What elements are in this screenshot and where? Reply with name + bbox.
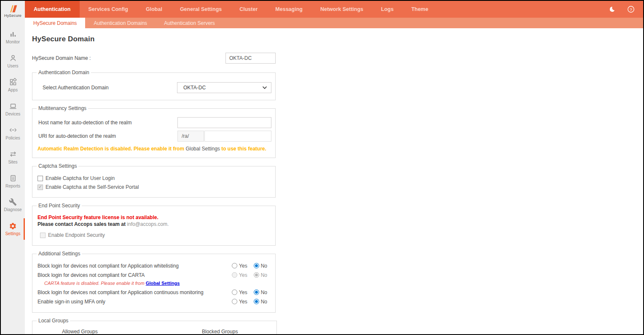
sidebar-item-users[interactable]: Users: [1, 49, 25, 73]
carta-disabled-note: CARTA feature is disabled. Please enable…: [44, 281, 271, 286]
tab-global[interactable]: Global: [137, 1, 171, 18]
radio-unselected-icon[interactable]: [232, 263, 237, 268]
select-auth-domain-label: Select Authentication Domain: [38, 85, 109, 91]
endpoint-legend: End Point Security: [37, 203, 82, 209]
main-content: HySecure Domain HySecure Domain Name : A…: [25, 28, 643, 334]
sidebar-nav: Monitor Users Apps Devices Policies Site…: [1, 21, 25, 241]
enable-endpoint-security-option: Enable Endpoint Security: [38, 232, 271, 238]
setting-row-app-whitelisting: Block login for devices not compliant fo…: [38, 262, 271, 269]
subtab-authentication-domains[interactable]: Authentication Domains: [85, 18, 156, 28]
user-icon: [9, 54, 17, 62]
radio-yes[interactable]: Yes: [232, 289, 247, 295]
svg-text:?: ?: [630, 7, 632, 12]
radio-no[interactable]: No: [254, 299, 267, 305]
realm-detection-warning: Automatic Realm Detection is disabled. P…: [38, 146, 271, 152]
auth-domain-selected-value: OKTA-DC: [183, 85, 206, 91]
uri-input[interactable]: [204, 131, 271, 142]
captcha-legend: Captcha Settings: [37, 163, 78, 169]
sidebar-item-reports[interactable]: Reports: [1, 169, 25, 193]
domain-name-row: HySecure Domain Name :: [32, 53, 276, 64]
sidebar: HySecure Monitor Users Apps Devices Poli…: [1, 1, 25, 334]
tab-cluster[interactable]: Cluster: [231, 1, 266, 18]
captcha-section: Captcha Settings Enable Captcha for User…: [32, 163, 276, 198]
monitor-icon: [9, 30, 17, 38]
laptop-icon: [9, 102, 17, 110]
radio-unselected-icon[interactable]: [232, 289, 237, 295]
multitenancy-legend: Multitenancy Settings: [37, 105, 88, 111]
tab-network-settings[interactable]: Network Settings: [311, 1, 372, 18]
tab-general-settings[interactable]: General Settings: [171, 1, 231, 18]
tab-messaging[interactable]: Messaging: [266, 1, 311, 18]
sidebar-item-apps[interactable]: Apps: [1, 73, 25, 97]
radio-unselected-icon[interactable]: [232, 299, 237, 304]
radio-no-disabled: No: [254, 272, 267, 278]
auth-domain-select[interactable]: OKTA-DC: [177, 82, 271, 93]
gear-icon: [9, 222, 17, 230]
radio-yes[interactable]: Yes: [232, 299, 247, 305]
uri-prefix: /ra/: [177, 131, 204, 142]
wrench-icon: [9, 198, 17, 206]
endpoint-license-error: End Point Security feature license is no…: [38, 214, 271, 220]
checkbox-unchecked-icon[interactable]: [38, 176, 43, 181]
code-brackets-icon: [9, 126, 17, 134]
dark-mode-moon-icon[interactable]: [608, 6, 615, 13]
captcha-self-service-option: Enable Captcha at the Self-Service Porta…: [38, 184, 271, 190]
radio-selected-icon[interactable]: [254, 289, 259, 295]
tab-theme[interactable]: Theme: [402, 1, 437, 18]
subtab-authentication-servers[interactable]: Authentication Servers: [156, 18, 223, 28]
radio-selected-disabled-icon: [254, 272, 259, 278]
sidebar-item-diagnose[interactable]: Diagnose: [1, 193, 25, 217]
radio-no[interactable]: No: [254, 263, 267, 269]
additional-settings-section: Additional Settings Block login for devi…: [32, 251, 276, 313]
radio-disabled-icon: [232, 272, 237, 278]
authentication-domain-legend: Authentication Domain: [37, 70, 91, 75]
endpoint-contact-line: Please contact Accops sales team at info…: [38, 221, 271, 227]
sidebar-item-settings[interactable]: Settings: [1, 217, 25, 241]
radio-selected-icon[interactable]: [254, 263, 259, 268]
hostname-label: Host name for auto-detection of the real…: [38, 120, 131, 126]
setting-row-carta: Block login for devices not compliant fo…: [38, 271, 271, 279]
brand-name: HySecure: [4, 13, 21, 18]
sub-navigation: HySecure Domains Authentication Domains …: [25, 18, 643, 28]
sidebar-item-policies[interactable]: Policies: [1, 121, 25, 145]
radio-yes-disabled: Yes: [232, 272, 247, 278]
top-navigation: Authentication Services Config Global Ge…: [25, 1, 643, 18]
authentication-domain-section: Authentication Domain Select Authenticat…: [32, 70, 276, 100]
report-document-icon: [9, 174, 17, 182]
radio-selected-icon[interactable]: [254, 299, 259, 304]
sidebar-item-devices[interactable]: Devices: [1, 97, 25, 121]
apps-grid-icon: [9, 78, 17, 86]
sidebar-item-monitor[interactable]: Monitor: [1, 25, 25, 49]
domain-name-input[interactable]: [225, 53, 276, 64]
contact-email: info@accops.com.: [127, 221, 169, 227]
tab-services-config[interactable]: Services Config: [80, 1, 137, 18]
chevron-down-icon: [262, 86, 267, 89]
checkbox-disabled-icon: [40, 233, 46, 238]
hostname-input[interactable]: [177, 117, 271, 128]
tab-authentication[interactable]: Authentication: [25, 1, 80, 18]
checkbox-checked-disabled-icon: [38, 185, 43, 190]
allowed-groups-label: Allowed Groups: [62, 329, 144, 334]
multitenancy-section: Multitenancy Settings Host name for auto…: [32, 105, 276, 158]
captcha-user-login-option[interactable]: Enable Captcha for User Login: [38, 175, 271, 181]
local-groups-legend: Local Groups: [37, 318, 70, 324]
setting-row-mfa-only: Enable sign-in using MFA only Yes No: [38, 298, 271, 305]
endpoint-security-section: End Point Security End Point Security fe…: [32, 203, 276, 246]
help-icon[interactable]: ?: [627, 5, 635, 13]
additional-settings-legend: Additional Settings: [37, 251, 82, 257]
global-settings-link[interactable]: Global Settings: [146, 281, 180, 286]
accops-logo-icon: [7, 4, 19, 13]
brand-logo[interactable]: HySecure: [1, 1, 25, 21]
subtab-hysecure-domains[interactable]: HySecure Domains: [25, 18, 85, 28]
radio-yes[interactable]: Yes: [232, 263, 247, 269]
domain-name-label: HySecure Domain Name :: [32, 55, 91, 61]
app-window: HySecure Monitor Users Apps Devices Poli…: [0, 0, 644, 335]
sidebar-item-sites[interactable]: Sites: [1, 145, 25, 169]
tab-logs[interactable]: Logs: [372, 1, 402, 18]
blocked-groups-label: Blocked Groups: [202, 329, 273, 334]
radio-no[interactable]: No: [254, 289, 267, 295]
page-title: HySecure Domain: [32, 35, 643, 43]
local-groups-section: Local Groups Allowed Groups so_group: [32, 318, 277, 334]
transfer-arrows-icon: [9, 150, 17, 158]
setting-row-continuous-monitoring: Block login for devices not compliant fo…: [38, 289, 271, 296]
